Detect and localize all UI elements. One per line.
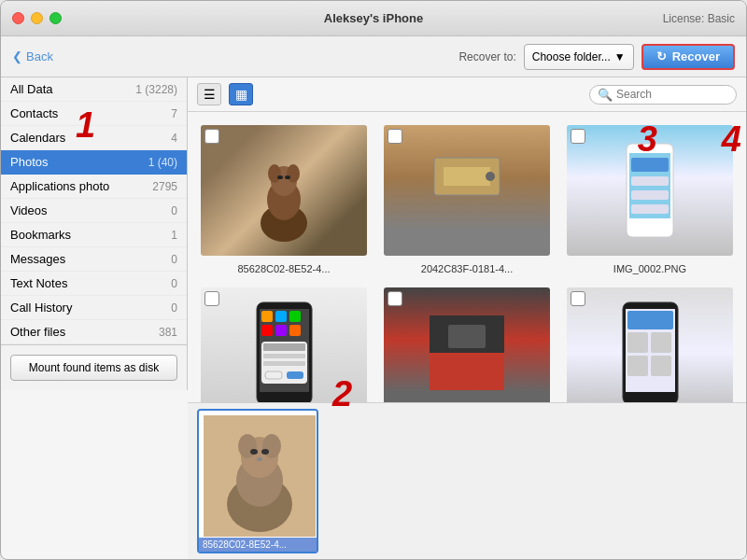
photo-checkbox-1[interactable] xyxy=(204,129,219,144)
photo-item-4[interactable]: IMG_0008.PNG xyxy=(197,284,371,402)
svg-rect-37 xyxy=(651,332,671,353)
traffic-lights xyxy=(12,12,62,24)
photo-thumb-wrapper-5 xyxy=(380,284,554,402)
sidebar-item-videos[interactable]: Videos 0 xyxy=(1,199,187,223)
svg-rect-26 xyxy=(263,354,305,358)
selected-photo-label-text: 85628C02-8E52-4... xyxy=(203,539,287,550)
search-box[interactable]: 🔍 xyxy=(589,85,737,105)
selected-photo-panel: 85628C02-8E52-4... xyxy=(188,402,746,559)
photo-item-1[interactable]: 85628C02-8E52-4... xyxy=(197,121,371,274)
all-data-count: 1 (3228) xyxy=(135,83,177,96)
sidebar-item-messages[interactable]: Messages 0 xyxy=(1,247,187,272)
photo-item-3[interactable]: IMG_0002.PNG xyxy=(563,121,737,274)
messages-count: 0 xyxy=(171,253,177,266)
videos-count: 0 xyxy=(171,204,177,217)
close-button[interactable] xyxy=(12,12,24,24)
svg-point-48 xyxy=(261,449,269,455)
svg-point-5 xyxy=(277,175,283,179)
recover-label: Recover xyxy=(672,49,720,63)
svg-rect-13 xyxy=(631,176,669,186)
photos-label: Photos xyxy=(10,155,148,169)
svg-rect-22 xyxy=(275,325,287,336)
photo-checkbox-4[interactable] xyxy=(204,291,219,306)
toolbar-right: Recover to: Choose folder... ▼ ↻ Recover xyxy=(458,44,735,70)
svg-point-6 xyxy=(285,175,290,179)
mount-disk-button[interactable]: Mount found items as disk xyxy=(10,355,177,381)
photo-label-2: 2042C83F-0181-4... xyxy=(421,263,513,274)
search-input[interactable] xyxy=(616,88,728,101)
back-button[interactable]: ❮ Back xyxy=(12,49,53,63)
sidebar-item-call-history[interactable]: Call History 0 xyxy=(1,296,187,320)
svg-rect-29 xyxy=(287,371,303,379)
sidebar-item-other-files[interactable]: Other files 381 xyxy=(1,320,187,344)
grid-view-button[interactable]: ▦ xyxy=(229,83,253,105)
contacts-label: Contacts xyxy=(10,106,171,120)
window-title: Aleksey's iPhone xyxy=(324,11,423,25)
photos-count: 1 (40) xyxy=(148,156,177,169)
title-bar: Aleksey's iPhone License: Basic xyxy=(1,1,746,36)
photo-item-6[interactable]: IMG_0006.PNG xyxy=(563,284,737,402)
photo-checkbox-2[interactable] xyxy=(388,129,402,144)
svg-rect-18 xyxy=(261,311,273,322)
photo-item-2[interactable]: 2042C83F-0181-4... xyxy=(380,121,554,274)
call-history-count: 0 xyxy=(171,301,177,315)
text-notes-label: Text Notes xyxy=(10,276,171,290)
maximize-button[interactable] xyxy=(49,12,62,24)
photo-thumb-wrapper-6 xyxy=(563,284,737,402)
svg-point-4 xyxy=(287,164,300,183)
svg-rect-19 xyxy=(275,311,287,322)
photo-thumb-1 xyxy=(201,125,367,256)
svg-rect-27 xyxy=(263,361,305,366)
photo-checkbox-5[interactable] xyxy=(388,291,402,306)
toolbar: ❮ Back Recover to: Choose folder... ▼ ↻ … xyxy=(1,36,746,77)
license-label: License: Basic xyxy=(663,12,735,25)
svg-point-45 xyxy=(238,434,257,458)
photo-item-5[interactable]: 7A98A7AF-4E55-4... xyxy=(380,284,554,402)
list-view-icon: ☰ xyxy=(204,87,216,102)
other-files-count: 381 xyxy=(159,326,177,339)
sidebar-item-photos[interactable]: Photos 1 (40) xyxy=(1,150,187,175)
svg-rect-15 xyxy=(631,204,669,214)
sidebar-item-contacts[interactable]: Contacts 7 xyxy=(1,102,187,126)
photo-thumb-5 xyxy=(384,287,550,402)
search-icon: 🔍 xyxy=(598,88,613,102)
sidebar-bottom: Mount found items as disk xyxy=(1,344,187,390)
svg-rect-21 xyxy=(261,325,273,336)
content-toolbar: ☰ ▦ 🔍 xyxy=(188,77,746,112)
photo-thumb-2 xyxy=(384,125,550,256)
sidebar-item-applications-photo[interactable]: Applications photo 2795 xyxy=(1,175,187,199)
bookmarks-count: 1 xyxy=(171,229,177,242)
svg-rect-23 xyxy=(289,325,301,336)
sidebar-item-text-notes[interactable]: Text Notes 0 xyxy=(1,272,187,296)
sidebar-item-calendars[interactable]: Calendars 4 xyxy=(1,126,187,150)
svg-point-47 xyxy=(250,449,258,455)
call-history-label: Call History xyxy=(10,301,171,315)
selected-photo-thumb[interactable]: 85628C02-8E52-4... xyxy=(197,409,318,553)
folder-dropdown[interactable]: Choose folder... ▼ xyxy=(524,44,634,70)
svg-point-3 xyxy=(268,164,281,183)
svg-point-9 xyxy=(486,172,495,181)
svg-rect-20 xyxy=(289,311,301,322)
minimize-button[interactable] xyxy=(31,12,43,24)
recover-icon: ↻ xyxy=(656,49,667,63)
recover-to-label: Recover to: xyxy=(458,50,515,63)
sidebar: All Data 1 (3228) Contacts 7 Calendars 4… xyxy=(1,77,188,390)
photo-grid: 85628C02-8E52-4... xyxy=(188,112,746,402)
calendars-label: Calendars xyxy=(10,131,171,145)
svg-rect-25 xyxy=(263,343,305,351)
bookmarks-label: Bookmarks xyxy=(10,228,171,242)
photo-checkbox-6[interactable] xyxy=(571,291,585,306)
sidebar-item-all-data[interactable]: All Data 1 (3228) xyxy=(1,77,187,102)
grid-view-icon: ▦ xyxy=(235,87,247,102)
photo-label-1: 85628C02-8E52-4... xyxy=(237,263,330,274)
photo-thumb-wrapper-4 xyxy=(197,284,371,402)
photo-thumb-3 xyxy=(567,125,733,256)
svg-rect-31 xyxy=(430,353,504,390)
svg-rect-12 xyxy=(631,158,669,172)
photo-checkbox-3[interactable] xyxy=(571,129,585,144)
photo-thumb-wrapper-2 xyxy=(380,121,554,259)
list-view-button[interactable]: ☰ xyxy=(197,83,221,105)
recover-button[interactable]: ↻ Recover xyxy=(641,44,735,70)
sidebar-item-bookmarks[interactable]: Bookmarks 1 xyxy=(1,223,187,247)
sidebar-wrapper: All Data 1 (3228) Contacts 7 Calendars 4… xyxy=(1,77,188,559)
